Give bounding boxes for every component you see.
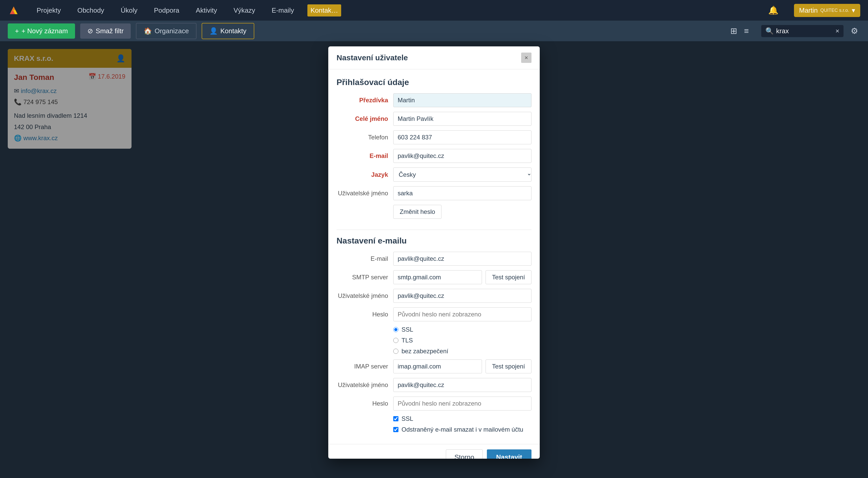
prezdivka-input[interactable] xyxy=(393,93,531,107)
grid-view-button[interactable]: ⊞ xyxy=(728,24,739,38)
list-view-button[interactable]: ≡ xyxy=(742,24,751,38)
user-settings-modal: Nastavení uživatele × Přihlašovací údaje… xyxy=(328,46,540,459)
view-toggle: ⊞ ≡ xyxy=(728,24,751,38)
user-role: QUITEC s.r.o. xyxy=(820,8,849,13)
settings-gear-button[interactable]: ⚙ xyxy=(849,24,860,38)
building-icon: 🏠 xyxy=(144,27,152,35)
imap-ssl-option[interactable]: SSL xyxy=(393,415,531,422)
section-divider xyxy=(337,230,531,230)
modal-title: Nastavení uživatele xyxy=(337,53,408,62)
modal-footer: Storno Nastavit xyxy=(328,444,540,459)
imap-password-label: Heslo xyxy=(337,400,393,407)
clear-filter-button[interactable]: ⊘ Smaž filtr xyxy=(80,24,131,39)
smtp-username-label: Uživatelské jméno xyxy=(337,292,393,300)
nav-obchody[interactable]: Obchody xyxy=(74,4,107,16)
change-password-container: Změnit heslo xyxy=(337,205,531,224)
nav-aktivity[interactable]: Aktivity xyxy=(193,4,220,16)
search-clear-button[interactable]: × xyxy=(836,27,839,35)
smtp-password-row: Heslo xyxy=(337,307,531,321)
email-settings-email-label: E-mail xyxy=(337,255,393,262)
change-password-button[interactable]: Změnit heslo xyxy=(393,205,441,219)
jazyk-select[interactable]: Česky English xyxy=(393,168,531,182)
person-icon: 👤 xyxy=(209,27,218,35)
smtp-server-input[interactable] xyxy=(393,270,482,284)
bez-zabezpeceni-radio[interactable] xyxy=(393,349,398,354)
telefon-input[interactable] xyxy=(393,130,531,144)
new-record-button[interactable]: + + Nový záznam xyxy=(8,24,75,39)
smtp-server-group: Test spojení xyxy=(393,270,531,284)
smtp-password-label: Heslo xyxy=(337,311,393,318)
email-row: E-mail xyxy=(337,149,531,163)
imap-server-input[interactable] xyxy=(393,360,482,373)
prezdivka-row: Přezdívka xyxy=(337,93,531,107)
nav-podpora[interactable]: Podpora xyxy=(151,4,182,16)
ssl-option[interactable]: SSL xyxy=(393,326,531,333)
imap-server-row: IMAP server Test spojení xyxy=(337,360,531,373)
email-section-title: Nastavení e-mailu xyxy=(337,236,531,246)
email-settings-email-input[interactable] xyxy=(393,252,531,266)
imap-username-row: Uživatelské jméno xyxy=(337,378,531,392)
user-menu-button[interactable]: Martin QUITEC s.r.o. ▾ xyxy=(794,4,860,17)
smtp-username-row: Uživatelské jméno xyxy=(337,289,531,303)
bez-zabezpeceni-option[interactable]: bez zabezpečení xyxy=(393,348,531,355)
smtp-security-radio-group: SSL TLS bez zabezpečení xyxy=(393,326,531,355)
top-navigation: Projekty Obchody Úkoly Podpora Aktivity … xyxy=(0,0,868,21)
bell-icon[interactable]: 🔔 xyxy=(768,5,778,15)
filter-icon: ⊘ xyxy=(87,27,93,35)
search-icon: 🔍 xyxy=(765,27,774,35)
smtp-test-button[interactable]: Test spojení xyxy=(486,270,531,284)
nav-vykazy[interactable]: Výkazy xyxy=(230,4,258,16)
imap-server-label: IMAP server xyxy=(337,363,393,370)
smtp-server-row: SMTP server Test spojení xyxy=(337,270,531,284)
imap-password-row: Heslo xyxy=(337,397,531,410)
ssl-radio[interactable] xyxy=(393,327,398,332)
uzivatelske-jmeno-label: Uživatelské jméno xyxy=(337,190,393,197)
cancel-button[interactable]: Storno xyxy=(446,449,483,459)
imap-ssl-checkbox[interactable] xyxy=(393,416,398,421)
user-name: Martin xyxy=(799,6,818,14)
dropdown-arrow-icon: ▾ xyxy=(852,6,855,14)
tls-radio[interactable] xyxy=(393,338,398,343)
imap-options-checkbox-group: SSL Odstraněný e-mail smazat i v mailové… xyxy=(393,415,531,433)
email-input[interactable] xyxy=(393,149,531,163)
telefon-row: Telefon xyxy=(337,130,531,144)
save-button[interactable]: Nastavit xyxy=(487,449,531,459)
modal-backdrop: Nastavení uživatele × Přihlašovací údaje… xyxy=(0,41,868,478)
smtp-username-input[interactable] xyxy=(393,289,531,303)
logo-icon xyxy=(8,4,20,16)
imap-test-button[interactable]: Test spojení xyxy=(486,360,531,373)
imap-username-input[interactable] xyxy=(393,378,531,392)
prezdivka-label: Přezdívka xyxy=(337,97,393,104)
nav-emaily[interactable]: E-maily xyxy=(269,4,297,16)
organizations-button[interactable]: 🏠 Organizace xyxy=(136,23,196,39)
cele-jmeno-label: Celé jméno xyxy=(337,115,393,123)
imap-username-label: Uživatelské jméno xyxy=(337,381,393,388)
contacts-button[interactable]: 👤 Kontakty xyxy=(202,23,254,39)
login-section-title: Přihlašovací údaje xyxy=(337,77,531,87)
nav-projekty[interactable]: Projekty xyxy=(33,4,64,16)
toolbar: + + Nový záznam ⊘ Smaž filtr 🏠 Organizac… xyxy=(0,21,868,41)
modal-header: Nastavení uživatele × xyxy=(328,46,540,69)
deleted-email-option[interactable]: Odstraněný e-mail smazat i v mailovém úč… xyxy=(393,426,531,433)
search-input[interactable] xyxy=(776,27,833,35)
main-content: KRAX s.r.o. 👤 Jan Toman 📅 17.6.2019 ✉ in… xyxy=(0,41,868,478)
modal-close-button[interactable]: × xyxy=(521,53,531,63)
imap-password-input[interactable] xyxy=(393,397,531,410)
jazyk-row: Jazyk Česky English xyxy=(337,168,531,182)
email-settings-email-row: E-mail xyxy=(337,252,531,266)
email-label: E-mail xyxy=(337,152,393,160)
search-box: 🔍 × xyxy=(761,25,843,37)
smtp-password-input[interactable] xyxy=(393,307,531,321)
tls-option[interactable]: TLS xyxy=(393,337,531,344)
smtp-server-label: SMTP server xyxy=(337,274,393,281)
jazyk-label: Jazyk xyxy=(337,171,393,178)
cele-jmeno-input[interactable] xyxy=(393,112,531,126)
uzivatelske-jmeno-row: Uživatelské jméno xyxy=(337,186,531,200)
telefon-label: Telefon xyxy=(337,134,393,141)
imap-server-group: Test spojení xyxy=(393,360,531,373)
nav-kontakty[interactable]: Kontak… xyxy=(307,4,341,16)
plus-icon: + xyxy=(15,27,19,35)
nav-ukoly[interactable]: Úkoly xyxy=(118,4,141,16)
uzivatelske-jmeno-input[interactable] xyxy=(393,186,531,200)
deleted-email-checkbox[interactable] xyxy=(393,427,398,432)
